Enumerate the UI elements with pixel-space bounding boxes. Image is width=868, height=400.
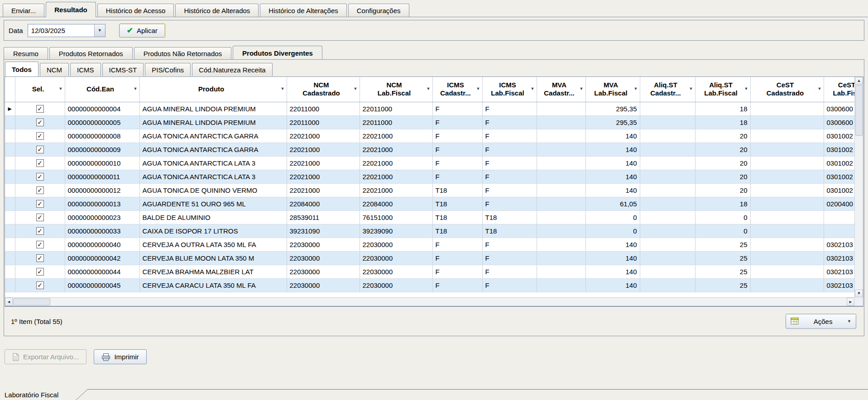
cell-aliqst_cad[interactable]	[640, 238, 695, 251]
cell-ncm_cad[interactable]: 22021000	[287, 183, 360, 197]
cell-icms_cad[interactable]: F	[432, 170, 482, 183]
cell-icms_lab[interactable]: F	[482, 251, 537, 265]
cell-sel[interactable]: ✓	[15, 183, 65, 197]
cell-produto[interactable]: CERVEJA CARACU LATA 350 ML FA	[139, 278, 287, 292]
cell-aliqst_lab[interactable]: 0	[695, 224, 750, 238]
tab-pis-cofins[interactable]: PIS/Cofins	[145, 63, 191, 76]
row-checkbox[interactable]: ✓	[36, 159, 44, 167]
cell-icms_lab[interactable]: F	[482, 102, 537, 115]
cell-ncm_cad[interactable]: 22021000	[287, 156, 360, 170]
cell-cest_cad[interactable]	[750, 224, 824, 238]
cell-cest_cad[interactable]	[750, 278, 824, 292]
cell-cest_cad[interactable]	[750, 143, 824, 156]
column-header-cest-cadastrado[interactable]: CeSTCadastrado▼	[750, 77, 824, 102]
vertical-scrollbar[interactable]: ▲ ▼	[854, 77, 863, 297]
cell-ncm_cad[interactable]: 22030000	[287, 265, 360, 278]
cell-icms_cad[interactable]: T18	[432, 197, 482, 210]
cell-aliqst_cad[interactable]	[640, 278, 695, 292]
cell-ean[interactable]: 00000000000010	[65, 156, 139, 170]
cell-cest_cad[interactable]	[750, 238, 824, 251]
cell-icms_lab[interactable]: F	[482, 183, 537, 197]
cell-ean[interactable]: 00000000000004	[65, 102, 139, 115]
cell-icms_cad[interactable]: T18	[432, 210, 482, 224]
cell-mva_cad[interactable]	[537, 238, 585, 251]
cell-sel[interactable]: ✓	[15, 224, 65, 238]
cell-aliqst_cad[interactable]	[640, 156, 695, 170]
cell-cest_lab[interactable]: 0302103	[824, 238, 854, 251]
column-filter-arrow-icon[interactable]: ▼	[427, 86, 431, 91]
cell-cest_cad[interactable]	[750, 102, 824, 115]
table-row[interactable]: ✓00000000000044CERVEJA BRAHMA MALZBIER L…	[5, 265, 854, 278]
tab-historico-alterados[interactable]: Histórico de Alterados	[175, 4, 259, 17]
cell-aliqst_cad[interactable]	[640, 129, 695, 143]
cell-aliqst_lab[interactable]: 20	[695, 183, 750, 197]
tab-laboratorio-fiscal[interactable]: Laboratório Fiscal	[5, 391, 58, 399]
cell-icms_lab[interactable]: T18	[482, 224, 537, 238]
cell-icms_cad[interactable]: T18	[432, 224, 482, 238]
cell-cest_cad[interactable]	[750, 183, 824, 197]
cell-mva_lab[interactable]: 295,35	[585, 115, 640, 129]
cell-mva_lab[interactable]: 140	[585, 265, 640, 278]
cell-produto[interactable]: AGUA TONICA ANTARCTICA GARRA	[139, 129, 287, 143]
cell-cest_cad[interactable]	[750, 115, 824, 129]
cell-icms_lab[interactable]: T18	[482, 210, 537, 224]
cell-produto[interactable]: AGUA TONICA DE QUININO VERMO	[139, 183, 287, 197]
tab-resumo[interactable]: Resumo	[4, 47, 48, 59]
cell-icms_cad[interactable]: T18	[432, 183, 482, 197]
table-row[interactable]: ✓00000000000042CERVEJA BLUE MOON LATA 35…	[5, 251, 854, 265]
cell-icms_lab[interactable]: F	[482, 265, 537, 278]
cell-produto[interactable]: AGUA TONICA ANTARCTICA LATA 3	[139, 170, 287, 183]
column-header-icms-cadastr[interactable]: ICMSCadastr...▼	[432, 77, 482, 102]
cell-cest_lab[interactable]: 0300600	[824, 115, 854, 129]
cell-mva_lab[interactable]: 61,05	[585, 197, 640, 210]
cell-mva_lab[interactable]: 140	[585, 278, 640, 292]
cell-mva_lab[interactable]: 0	[585, 210, 640, 224]
cell-mva_cad[interactable]	[537, 115, 585, 129]
table-row[interactable]: ▶✓00000000000004AGUA MINERAL LINDOIA PRE…	[5, 102, 854, 115]
cell-sel[interactable]: ✓	[15, 102, 65, 115]
cell-produto[interactable]: CAIXA DE ISOPOR 17 LITROS	[139, 224, 287, 238]
cell-ncm_lab[interactable]: 22021000	[360, 183, 432, 197]
cell-cest_cad[interactable]	[750, 265, 824, 278]
row-checkbox[interactable]: ✓	[36, 146, 44, 153]
cell-icms_lab[interactable]: F	[482, 156, 537, 170]
cell-icms_cad[interactable]: F	[432, 115, 482, 129]
cell-produto[interactable]: CERVEJA A OUTRA LATA 350 ML FA	[139, 238, 287, 251]
cell-ncm_lab[interactable]: 22011000	[360, 115, 432, 129]
cell-ean[interactable]: 00000000000045	[65, 278, 139, 292]
tab-ncm[interactable]: NCM	[40, 63, 69, 76]
column-filter-arrow-icon[interactable]: ▼	[59, 86, 63, 91]
cell-ncm_lab[interactable]: 76151000	[360, 210, 432, 224]
cell-aliqst_cad[interactable]	[640, 210, 695, 224]
cell-ean[interactable]: 00000000000011	[65, 170, 139, 183]
cell-ncm_lab[interactable]: 22011000	[360, 102, 432, 115]
cell-mva_cad[interactable]	[537, 278, 585, 292]
cell-cest_cad[interactable]	[750, 170, 824, 183]
cell-cest_cad[interactable]	[750, 210, 824, 224]
table-row[interactable]: ✓00000000000023BALDE DE ALUMINIO28539011…	[5, 210, 854, 224]
cell-aliqst_lab[interactable]: 18	[695, 102, 750, 115]
column-filter-arrow-icon[interactable]: ▼	[634, 86, 638, 91]
cell-ncm_cad[interactable]: 22021000	[287, 129, 360, 143]
print-button[interactable]: Imprimir	[94, 349, 146, 364]
date-combobox[interactable]: 12/03/2025 ▼	[28, 24, 106, 37]
table-row[interactable]: ✓00000000000008AGUA TONICA ANTARCTICA GA…	[5, 129, 854, 143]
cell-ean[interactable]: 00000000000033	[65, 224, 139, 238]
cell-sel[interactable]: ✓	[15, 278, 65, 292]
cell-mva_lab[interactable]: 140	[585, 251, 640, 265]
cell-aliqst_cad[interactable]	[640, 143, 695, 156]
column-filter-arrow-icon[interactable]: ▼	[531, 86, 535, 91]
cell-cest_cad[interactable]	[750, 156, 824, 170]
cell-ncm_cad[interactable]: 22011000	[287, 102, 360, 115]
cell-produto[interactable]: AGUA MINERAL LINDOIA PREMIUM	[139, 115, 287, 129]
cell-mva_cad[interactable]	[537, 183, 585, 197]
cell-ean[interactable]: 00000000000008	[65, 129, 139, 143]
cell-cest_lab[interactable]	[824, 224, 854, 238]
cell-ncm_cad[interactable]: 22030000	[287, 251, 360, 265]
table-row[interactable]: ✓00000000000009AGUA TONICA ANTARCTICA GA…	[5, 143, 854, 156]
cell-aliqst_lab[interactable]: 25	[695, 278, 750, 292]
column-header-mva-lab-fiscal[interactable]: MVALab.Fiscal▼	[585, 77, 640, 102]
column-filter-arrow-icon[interactable]: ▼	[281, 86, 285, 91]
cell-ncm_lab[interactable]: 22030000	[360, 278, 432, 292]
cell-aliqst_lab[interactable]: 18	[695, 197, 750, 210]
